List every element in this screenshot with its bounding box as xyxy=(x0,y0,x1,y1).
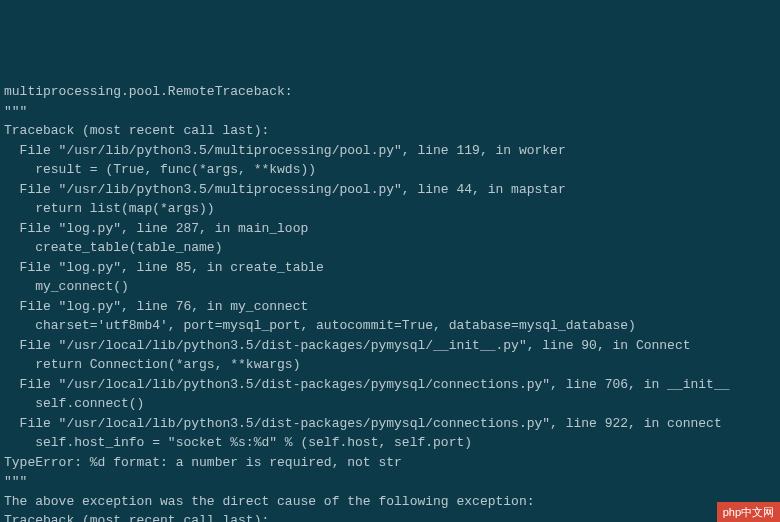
traceback-line: multiprocessing.pool.RemoteTraceback: xyxy=(4,82,776,102)
traceback-line: Traceback (most recent call last): xyxy=(4,511,776,522)
traceback-line: Traceback (most recent call last): xyxy=(4,121,776,141)
watermark-badge: php中文网 xyxy=(717,502,780,523)
traceback-line: File "/usr/lib/python3.5/multiprocessing… xyxy=(4,141,776,161)
traceback-line: File "/usr/local/lib/python3.5/dist-pack… xyxy=(4,414,776,434)
traceback-line: charset='utf8mb4', port=mysql_port, auto… xyxy=(4,316,776,336)
traceback-line: """ xyxy=(4,102,776,122)
traceback-line: File "/usr/lib/python3.5/multiprocessing… xyxy=(4,180,776,200)
traceback-line: TypeError: %d format: a number is requir… xyxy=(4,453,776,473)
traceback-line: return list(map(*args)) xyxy=(4,199,776,219)
traceback-line: self.host_info = "socket %s:%d" % (self.… xyxy=(4,433,776,453)
traceback-line: File "log.py", line 76, in my_connect xyxy=(4,297,776,317)
traceback-line: return Connection(*args, **kwargs) xyxy=(4,355,776,375)
traceback-line: File "log.py", line 85, in create_table xyxy=(4,258,776,278)
traceback-line: result = (True, func(*args, **kwds)) xyxy=(4,160,776,180)
traceback-line: create_table(table_name) xyxy=(4,238,776,258)
traceback-line: File "/usr/local/lib/python3.5/dist-pack… xyxy=(4,375,776,395)
traceback-line: self.connect() xyxy=(4,394,776,414)
traceback-line: File "log.py", line 287, in main_loop xyxy=(4,219,776,239)
terminal-output: multiprocessing.pool.RemoteTraceback:"""… xyxy=(4,82,776,522)
traceback-line: File "/usr/local/lib/python3.5/dist-pack… xyxy=(4,336,776,356)
traceback-line: my_connect() xyxy=(4,277,776,297)
traceback-line: """ xyxy=(4,472,776,492)
traceback-line: The above exception was the direct cause… xyxy=(4,492,776,512)
